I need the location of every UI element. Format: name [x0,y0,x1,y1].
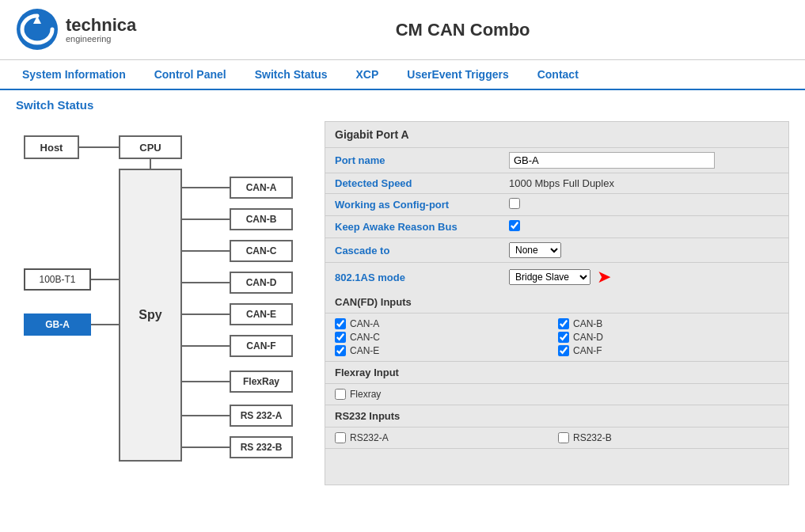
can-f-box[interactable]: CAN-F [230,335,293,357]
can-d-checkbox[interactable] [558,332,569,343]
logo-icon [16,8,59,51]
detected-speed-label: Detected Speed [325,173,499,194]
nav-switch-status[interactable]: Switch Status [241,60,342,89]
can-b-box[interactable]: CAN-B [230,208,293,230]
can-a-input-label: CAN-A [350,318,379,329]
working-label: Working as Config-port [325,194,499,216]
can-a-input-item: CAN-A [335,318,556,329]
keep-awake-label: Keep Awake Reason Bus [325,216,499,238]
cascade-row: Cascade to None CAN-A CAN-B [325,238,788,263]
can-e-input-item: CAN-E [335,345,556,356]
nav-userevent-triggers[interactable]: UserEvent Triggers [393,60,522,89]
can-inputs-grid: CAN-A CAN-B CAN-C CAN-D CAN-E [325,314,788,362]
rs232b-checkbox[interactable] [558,432,569,443]
rs232a-label: RS232-A [350,432,389,443]
can-a-box[interactable]: CAN-A [230,177,293,199]
page-title: Switch Status [16,98,789,112]
gigabit-section-title: Gigabit Port A [325,122,788,148]
rs232a-checkbox[interactable] [335,432,346,443]
app-title: CM CAN Combo [136,20,789,40]
gba-box[interactable]: GB-A [24,314,91,336]
port-name-value-cell [499,148,788,173]
working-checkbox-cell [499,194,788,216]
can-b-checkbox[interactable] [558,318,569,329]
port-name-input[interactable] [509,152,715,169]
nav-contact[interactable]: Contact [523,60,593,89]
working-checkbox[interactable] [509,198,520,209]
arrow-indicator: ➤ [597,267,611,287]
rs232-section-title: RS232 Inputs [325,405,788,428]
rs232a-box[interactable]: RS 232-A [230,405,293,427]
flexray-input-item: Flexray [335,389,779,400]
cascade-select-cell: None CAN-A CAN-B [499,238,788,263]
can-e-input-label: CAN-E [350,345,379,356]
flexray-checkbox[interactable] [335,389,346,400]
mode-select[interactable]: Bridge Slave Bridge Master Disabled [509,269,590,285]
can-inputs-title: CAN(FD) Inputs [325,291,788,314]
mode-row: 802.1AS mode Bridge Slave Bridge Master … [325,263,788,292]
nav-xcp[interactable]: XCP [342,60,393,89]
can-e-checkbox[interactable] [335,345,346,356]
flexray-box[interactable]: FlexRay [230,370,293,393]
cascade-label: Cascade to [325,238,499,263]
can-c-input-label: CAN-C [350,332,380,343]
mode-label: 802.1AS mode [325,263,499,292]
rs232b-box[interactable]: RS 232-B [230,436,293,458]
company-sub: engineering [66,34,136,44]
can-f-input-label: CAN-F [573,345,602,356]
logo-text-block: technica engineering [66,17,136,44]
can-c-box[interactable]: CAN-C [230,240,293,262]
can-e-box[interactable]: CAN-E [230,303,293,325]
main-layout: Host CPU Spy CAN-A CAN-B CAN-C CAN-D CAN… [16,121,789,485]
rs232b-input-item: RS232-B [558,432,779,443]
detected-speed-value: 1000 Mbps Full Duplex [499,173,788,194]
cpu-box: CPU [119,135,182,159]
cascade-select[interactable]: None CAN-A CAN-B [509,242,561,258]
can-d-box[interactable]: CAN-D [230,272,293,294]
flexray-section-title: Flexray Input [325,362,788,384]
can-f-input-item: CAN-F [558,345,779,356]
rs232-section: RS232-A RS232-B [325,428,788,449]
can-d-input-item: CAN-D [558,332,779,343]
nav-control-panel[interactable]: Control Panel [140,60,241,89]
can-c-checkbox[interactable] [335,332,346,343]
nav-system-information[interactable]: System Information [8,60,140,89]
keep-awake-checkbox[interactable] [509,220,520,231]
rs232b-label: RS232-B [573,432,612,443]
can-b-input-label: CAN-B [573,318,602,329]
right-panel: Gigabit Port A Port name Detected Speed … [325,121,789,485]
can-a-checkbox[interactable] [335,318,346,329]
main-nav: System Information Control Panel Switch … [0,60,805,90]
host-box: Host [24,135,79,159]
company-name: technica [66,17,136,34]
100bt1-box[interactable]: 100B-T1 [24,268,91,291]
gigabit-form: Port name Detected Speed 1000 Mbps Full … [325,148,788,291]
diagram: Host CPU Spy CAN-A CAN-B CAN-C CAN-D CAN… [16,121,309,485]
port-name-label: Port name [325,148,499,173]
port-name-row: Port name [325,148,788,173]
keep-awake-checkbox-cell [499,216,788,238]
spy-box: Spy [119,169,182,462]
can-f-checkbox[interactable] [558,345,569,356]
working-row: Working as Config-port [325,194,788,216]
mode-select-cell: Bridge Slave Bridge Master Disabled ➤ [499,263,788,291]
can-d-input-label: CAN-D [573,332,603,343]
diagram-inner: Host CPU Spy CAN-A CAN-B CAN-C CAN-D CAN… [16,121,309,485]
flexray-label: Flexray [350,389,381,400]
keep-awake-row: Keep Awake Reason Bus [325,216,788,238]
rs232a-input-item: RS232-A [335,432,556,443]
can-b-input-item: CAN-B [558,318,779,329]
logo: technica engineering [16,8,136,51]
can-c-input-item: CAN-C [335,332,556,343]
flexray-section: Flexray [325,384,788,405]
header: technica engineering CM CAN Combo [0,0,805,60]
detected-speed-row: Detected Speed 1000 Mbps Full Duplex [325,173,788,194]
page-content: Switch Status [0,90,805,493]
